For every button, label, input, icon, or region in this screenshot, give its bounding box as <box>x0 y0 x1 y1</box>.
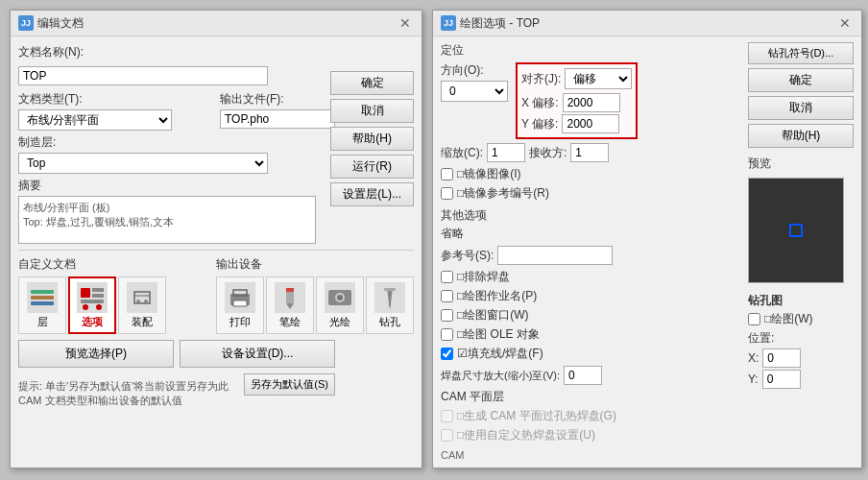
drill-symbol-button[interactable]: 钻孔符号(D)... <box>748 42 854 64</box>
cancel-button[interactable]: 取消 <box>330 99 414 123</box>
pad-scale-input[interactable] <box>564 366 602 385</box>
right-help-button[interactable]: 帮助(H) <box>748 124 854 148</box>
plot-jobname-checkbox[interactable] <box>441 290 453 302</box>
preview-label: 预览 <box>748 156 854 172</box>
receive-input[interactable] <box>570 143 609 162</box>
left-title-icon: JJ <box>18 15 34 31</box>
option-icon-btn[interactable]: 选项 <box>68 276 116 334</box>
plot-ole-label: □绘图 OLE 对象 <box>457 326 540 343</box>
x-offset-input[interactable] <box>563 93 620 112</box>
exclude-pads-checkbox[interactable] <box>441 271 453 283</box>
plot-ole-checkbox[interactable] <box>441 328 453 341</box>
print-label: 打印 <box>229 315 251 329</box>
option-icon <box>77 282 108 313</box>
custom-doc-icons: 层 <box>18 276 208 334</box>
tip-text: 提示: 单击'另存为默认值'将当前设置另存为此 CAM 文档类型和输出设备的默认… <box>18 379 240 409</box>
cam-custom-checkbox[interactable] <box>441 429 453 442</box>
scale-input[interactable] <box>487 143 525 162</box>
mirror-ref-checkbox[interactable] <box>441 187 453 200</box>
plot-jobname-row: □绘图作业名(P) <box>441 288 742 304</box>
exclude-pads-row: □排除焊盘 <box>441 269 742 285</box>
pen-label: 笔绘 <box>279 315 301 329</box>
svg-rect-4 <box>92 288 104 292</box>
summary-text: 布线/分割平面 (板) <box>23 201 311 215</box>
right-main: 定位 方向(O): 0 对齐(J): <box>441 42 854 461</box>
summary-text2: Top: 焊盘,过孔,覆铜线,铜箔,文本 <box>23 215 311 229</box>
y-pos-label: Y: <box>748 372 759 386</box>
x-pos-label: X: <box>748 351 759 365</box>
y-offset-label: Y 偏移: <box>521 116 558 132</box>
y-pos-input[interactable] <box>762 370 801 389</box>
drill-fig-section: 钻孔图 □绘图(W) 位置: X: Y: <box>748 293 854 389</box>
other-options-label: 其他选项 <box>441 207 742 224</box>
align-label: 对齐(J): <box>521 71 561 87</box>
drill-plot-checkbox[interactable] <box>748 313 760 325</box>
right-title-bar: JJ 绘图选项 - TOP ✕ <box>433 11 861 36</box>
summary-box: 布线/分割平面 (板) Top: 焊盘,过孔,覆铜线,铜箔,文本 <box>18 196 316 244</box>
cam-text: CAM <box>441 449 742 461</box>
ref-num-label: 参考号(S): <box>441 248 494 264</box>
mirror-image-checkbox[interactable] <box>441 168 453 180</box>
svg-marker-17 <box>286 303 294 309</box>
plot-window-row: □绘图窗口(W) <box>441 307 742 324</box>
left-close-button[interactable]: ✕ <box>397 14 414 32</box>
set-layer-button[interactable]: 设置层(L)... <box>330 182 414 206</box>
x-pos-input[interactable] <box>762 348 801 368</box>
svg-point-12 <box>144 300 148 303</box>
receive-label: 接收方: <box>529 145 567 161</box>
assembly-icon <box>127 282 157 313</box>
assembly-icon-btn[interactable]: 装配 <box>118 276 166 334</box>
right-ok-button[interactable]: 确定 <box>748 68 854 92</box>
right-left-col: 定位 方向(O): 0 对齐(J): <box>441 42 742 461</box>
pos-label: 位置: <box>748 330 854 347</box>
scale-label: 缩放(C): <box>441 145 483 161</box>
omit-label: 省略 <box>441 226 464 242</box>
device-settings-button[interactable]: 设备设置(D)... <box>180 340 335 368</box>
run-button[interactable]: 运行(R) <box>330 155 414 179</box>
layer-icon-btn[interactable]: 层 <box>18 276 66 334</box>
doc-name-input[interactable] <box>18 66 268 85</box>
align-select[interactable]: 偏移 <box>565 68 632 89</box>
svg-rect-2 <box>31 301 54 305</box>
help-button[interactable]: 帮助(H) <box>330 127 414 151</box>
svg-rect-18 <box>286 288 294 292</box>
save-default-button[interactable]: 另存为默认值(S) <box>244 373 335 396</box>
photo-icon-btn[interactable]: 光绘 <box>316 276 364 334</box>
output-file-input[interactable] <box>220 109 335 129</box>
output-device-icons: 打印 笔绘 <box>216 276 414 334</box>
position-label: 定位 <box>441 42 742 59</box>
ref-num-input[interactable] <box>497 246 613 265</box>
right-right-col: 钻孔符号(D)... 确定 取消 帮助(H) 预览 钻孔图 □绘图(W) <box>748 42 854 461</box>
print-icon <box>225 282 255 313</box>
left-title-text: 编辑文档 <box>37 15 84 32</box>
drill-plot-label: □绘图(W) <box>764 311 813 327</box>
preview-select-button[interactable]: 预览选择(P) <box>18 340 174 368</box>
align-offset-box: 对齐(J): 偏移 X 偏移: Y 偏移: <box>516 62 638 139</box>
right-cancel-button[interactable]: 取消 <box>748 96 854 120</box>
plot-jobname-label: □绘图作业名(P) <box>457 288 537 304</box>
doc-name-label: 文档名称(N): <box>18 44 84 60</box>
cam-thru-checkbox[interactable] <box>441 410 453 422</box>
right-title-text: 绘图选项 - TOP <box>460 15 540 32</box>
right-close-button[interactable]: ✕ <box>836 14 854 32</box>
svg-rect-15 <box>233 300 247 306</box>
pen-icon <box>275 282 305 313</box>
layer-select[interactable]: Top <box>18 153 268 174</box>
doc-type-select[interactable]: 布线/分割平面 <box>18 109 172 131</box>
plot-ole-row: □绘图 OLE 对象 <box>441 326 742 343</box>
fill-pads-checkbox[interactable] <box>441 348 453 360</box>
svg-point-8 <box>96 304 102 310</box>
drill-icon-btn[interactable]: 钻孔 <box>366 276 414 334</box>
pen-icon-btn[interactable]: 笔绘 <box>266 276 314 334</box>
plot-window-checkbox[interactable] <box>441 309 453 322</box>
fill-pads-row: ☑填充线/焊盘(F) <box>441 346 742 362</box>
drill-icon <box>374 282 405 313</box>
print-icon-btn[interactable]: 打印 <box>216 276 264 334</box>
assembly-label: 装配 <box>132 315 153 329</box>
svg-rect-6 <box>81 300 104 303</box>
y-offset-input[interactable] <box>562 114 619 133</box>
direction-select[interactable]: 0 <box>441 81 508 102</box>
ok-button[interactable]: 确定 <box>330 71 414 95</box>
drill-label: 钻孔 <box>379 315 400 329</box>
mirror-ref-label: □镜像参考编号(R) <box>457 185 549 202</box>
